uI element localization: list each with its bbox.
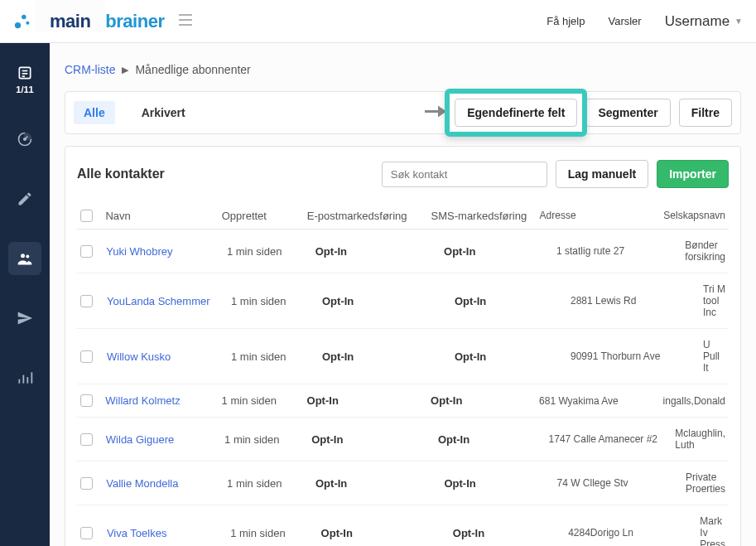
menu-toggle-icon[interactable] [179,14,192,28]
segments-button[interactable]: Segmenter [585,99,670,127]
cell-created: 1 min siden [224,245,312,258]
row-checkbox[interactable] [80,433,93,446]
contact-link[interactable]: Viva Toelkes [107,527,167,539]
col-name[interactable]: Navn [102,210,218,222]
cell-company: Bønder forsikring [681,239,729,263]
cell-sms-opt: Opt-In [455,295,486,307]
sidebar-item-send[interactable] [8,302,41,335]
cell-sms-opt: Opt-In [438,433,469,446]
sidebar-item-dashboard[interactable] [8,123,41,156]
table-row: Willard Kolmetz1 min sidenOpt-InOpt-In68… [77,384,729,418]
col-created[interactable]: Opprettet [219,210,304,222]
cell-sms-opt: Opt-In [455,350,486,363]
cell-company: Mark Iv Press [696,515,729,546]
row-checkbox[interactable] [80,295,93,307]
row-checkbox[interactable] [80,245,93,258]
filters-button[interactable]: Filtre [679,99,732,127]
table-row: Vallie Mondella1 min sidenOpt-InOpt-In74… [77,461,729,505]
cell-address: 2881 Lewis Rd [567,295,700,307]
cell-address: 4284Dorigo Ln [565,527,696,539]
brand-logo[interactable]: mainbrainer [13,11,164,32]
svg-point-2 [26,21,29,24]
username-label: Username [665,13,730,30]
breadcrumb: CRM-liste ▶ Månedlige abonnenter [65,63,741,76]
card-title: Alle kontakter [77,167,165,181]
svg-point-13 [26,255,29,259]
alerts-link[interactable]: Varsler [608,15,641,27]
create-manual-button[interactable]: Lag manuelt [556,160,648,188]
cell-email-opt: Opt-In [321,527,353,539]
cell-address: 1747 Calle Amanecer #2 [546,433,672,445]
contact-link[interactable]: Vallie Mondella [106,477,178,490]
cell-address: 74 W Cllege Stv [554,477,682,489]
cell-sms-opt: Opt-In [453,527,484,539]
cell-email-opt: Opt-In [307,394,339,407]
tab-all[interactable]: Alle [74,101,115,124]
breadcrumb-root[interactable]: CRM-liste [65,63,115,76]
row-checkbox[interactable] [80,394,93,407]
custom-fields-button[interactable]: Egendefinerte felt [455,99,577,127]
top-bar: mainbrainer Få hjelp Varsler Username ▼ [0,0,756,43]
contact-link[interactable]: Yuki Whobrey [106,245,172,258]
cell-created: 1 min siden [228,295,319,307]
breadcrumb-current: Månedlige abonnenter [135,63,250,76]
cell-address: 90991 Thorburn Ave [567,350,700,362]
cell-address: 1 statlig rute 27 [553,245,681,257]
row-checkbox[interactable] [80,477,93,490]
cell-sms-opt: Opt-In [444,245,475,258]
logo-dots-icon [13,12,31,31]
svg-point-12 [21,254,25,258]
col-address[interactable]: Adresse [537,210,661,222]
cell-company: ingalls,Donald [660,395,729,407]
table-row: Wilda Giguere1 min sidenOpt-InOpt-In1747… [77,418,729,461]
table-header: Navn Opprettet E-postmarkedsføring SMS-m… [77,203,729,230]
col-sms[interactable]: SMS-markedsføring [428,210,537,222]
cell-address: 681 Wyakima Ave [536,395,660,407]
sidebar-item-analytics[interactable] [8,361,41,394]
cell-email-opt: Opt-In [315,245,347,258]
table-row: Willow Kusko1 min sidenOpt-InOpt-In90991… [77,329,729,384]
contact-link[interactable]: Willow Kusko [107,350,171,363]
help-link[interactable]: Få hjelp [547,15,585,27]
sidebar-counter: 1/11 [16,85,33,94]
svg-marker-19 [438,106,446,118]
search-input[interactable] [382,162,547,187]
row-checkbox[interactable] [80,527,93,539]
select-all-checkbox[interactable] [80,210,93,222]
contacts-table: Navn Opprettet E-postmarkedsføring SMS-m… [77,203,729,546]
import-button[interactable]: Importer [657,160,729,188]
cell-created: 1 min siden [221,433,308,446]
cell-created: 1 min siden [227,527,317,539]
cell-sms-opt: Opt-In [431,394,462,407]
cell-email-opt: Opt-In [311,433,343,446]
col-company[interactable]: Selskapsnavn [660,210,729,222]
sidebar-item-contacts[interactable] [8,242,41,275]
col-email[interactable]: E-postmarkedsføring [304,210,428,222]
cell-company: Mclaughlin, Luth [672,428,729,451]
row-checkbox[interactable] [80,350,93,363]
table-row: Viva Toelkes1 min sidenOpt-InOpt-In4284D… [77,505,729,546]
svg-point-1 [22,14,26,19]
cell-company: Tri M tool Inc [700,283,729,318]
tab-archived[interactable]: Arkivert [132,101,195,124]
cell-created: 1 min siden [219,394,304,407]
arrow-indicator-icon [425,104,446,122]
caret-down-icon: ▼ [734,17,743,26]
user-menu[interactable]: Username ▼ [665,13,743,30]
table-row: YouLanda Schemmer1 min sidenOpt-InOpt-In… [77,273,729,329]
contact-link[interactable]: Willard Kolmetz [105,394,180,407]
main-content: CRM-liste ▶ Månedlige abonnenter Alle Ar… [50,43,756,546]
cell-email-opt: Opt-In [315,477,347,490]
cell-company: U Pull It [700,339,729,374]
chevron-right-icon: ▶ [122,65,128,75]
sidebar-item-list[interactable]: 1/11 [8,63,41,96]
contacts-card: Alle kontakter Lag manuelt Importer Navn… [65,146,741,546]
svg-point-0 [15,22,21,27]
cell-email-opt: Opt-In [322,295,354,307]
cell-email-opt: Opt-In [322,350,354,363]
contact-link[interactable]: YouLanda Schemmer [107,295,210,307]
tabs-bar: Alle Arkivert Egendefinerte felt Segment… [65,91,741,134]
contact-link[interactable]: Wilda Giguere [106,433,174,446]
sidebar-item-edit[interactable] [8,182,41,215]
cell-company: Private Proerties [682,471,729,495]
